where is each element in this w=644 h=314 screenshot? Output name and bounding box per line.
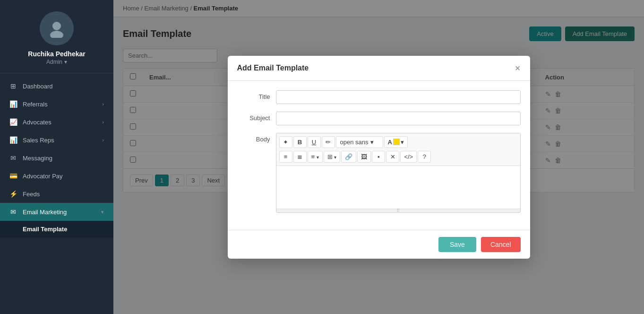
sidebar-nav: ⊞ Dashboard 📊 Referrals › 📈 Advocates › … (0, 73, 113, 314)
dashboard-icon: ⊞ (9, 82, 17, 90)
media-btn[interactable]: ▪ (372, 151, 385, 163)
chevron-right-icon: › (102, 101, 104, 107)
dropdown-arrow-icon: ▾ (401, 139, 404, 146)
sidebar-username: Ruchika Pedhekar (28, 50, 85, 58)
advocator-pay-icon: 💳 (9, 172, 17, 180)
list-unordered-btn[interactable]: ≡ (279, 151, 292, 163)
sidebar-item-advocator-pay[interactable]: 💳 Advocator Pay (0, 167, 113, 185)
code-btn[interactable]: </> (400, 151, 417, 163)
help-btn[interactable]: ? (418, 151, 431, 163)
cancel-button[interactable]: Cancel (481, 237, 521, 252)
sidebar-item-messaging[interactable]: ✉ Messaging (0, 149, 113, 167)
sidebar-item-advocates[interactable]: 📈 Advocates › (0, 113, 113, 131)
modal-overlay: Add Email Template × Title Subject Body (113, 0, 644, 314)
modal-close-button[interactable]: × (515, 63, 521, 73)
sidebar-profile: Ruchika Pedhekar Admin ▾ (0, 0, 113, 73)
sales-reps-icon: 📊 (9, 136, 17, 144)
chevron-down-icon: ▾ (101, 209, 104, 215)
font-color-btn[interactable]: A ▾ (384, 136, 408, 148)
dropdown-arrow-icon: ▾ (370, 139, 374, 146)
avatar (40, 11, 74, 45)
list-ordered-btn[interactable]: ≣ (293, 151, 307, 163)
sidebar-item-referrals[interactable]: 📊 Referrals › (0, 95, 113, 113)
editor-resize-handle[interactable]: ⠿ (276, 209, 520, 212)
email-marketing-icon: ✉ (9, 208, 17, 216)
chevron-right-icon: › (102, 119, 104, 125)
table-dropdown-icon: ▾ (334, 155, 336, 160)
svg-point-0 (52, 22, 61, 30)
subject-label: Subject (237, 112, 270, 122)
save-button[interactable]: Save (438, 237, 476, 252)
remove-btn[interactable]: ✕ (386, 151, 399, 163)
body-row: Body ✦ B U ✏ open sans ▾ (237, 133, 521, 213)
referrals-icon: 📊 (9, 100, 17, 108)
align-dropdown-icon: ▾ (317, 155, 319, 160)
editor-wrapper: ✦ B U ✏ open sans ▾ A ▾ (276, 133, 521, 213)
modal-body: Title Subject Body ✦ B (228, 81, 530, 230)
subject-row: Subject (237, 112, 521, 125)
chevron-right-icon: › (102, 137, 104, 143)
modal-title: Add Email Template (237, 64, 309, 72)
underline-toolbar-btn[interactable]: U (308, 136, 321, 148)
align-btn[interactable]: ≡ ▾ (308, 151, 323, 163)
font-select-btn[interactable]: open sans ▾ (336, 136, 383, 148)
advocates-icon: 📈 (9, 118, 17, 126)
sidebar-item-dashboard[interactable]: ⊞ Dashboard (0, 77, 113, 95)
modal-header: Add Email Template × (228, 56, 530, 81)
feeds-icon: ⚡ (9, 190, 17, 198)
messaging-icon: ✉ (9, 154, 17, 162)
svg-point-1 (50, 31, 63, 38)
title-input[interactable] (276, 90, 521, 104)
title-label: Title (237, 90, 270, 100)
sidebar-item-email-template[interactable]: Email Template (0, 221, 113, 237)
modal: Add Email Template × Title Subject Body (228, 56, 530, 259)
sidebar: Ruchika Pedhekar Admin ▾ ⊞ Dashboard 📊 R… (0, 0, 113, 314)
color-indicator (393, 139, 400, 145)
main-content: Home / Email Marketing / Email Template … (113, 0, 644, 314)
sidebar-item-feeds[interactable]: ⚡ Feeds (0, 185, 113, 203)
body-editor[interactable] (276, 166, 520, 209)
body-label: Body (237, 133, 270, 143)
eraser-toolbar-btn[interactable]: ✏ (322, 136, 335, 148)
subject-input[interactable] (276, 112, 521, 125)
sidebar-item-sales-reps[interactable]: 📊 Sales Reps › (0, 131, 113, 149)
sidebar-role[interactable]: Admin ▾ (46, 59, 67, 65)
title-row: Title (237, 90, 521, 104)
image-btn[interactable]: 🖼 (357, 151, 371, 163)
table-btn[interactable]: ⊞ ▾ (324, 151, 341, 163)
modal-footer: Save Cancel (228, 230, 530, 259)
magic-toolbar-btn[interactable]: ✦ (279, 136, 292, 148)
sidebar-item-email-marketing[interactable]: ✉ Email Marketing ▾ (0, 203, 113, 221)
editor-toolbar: ✦ B U ✏ open sans ▾ A ▾ (276, 133, 520, 166)
bold-toolbar-btn[interactable]: B (293, 136, 307, 148)
link-btn[interactable]: 🔗 (341, 151, 356, 163)
chevron-down-icon: ▾ (64, 59, 67, 65)
